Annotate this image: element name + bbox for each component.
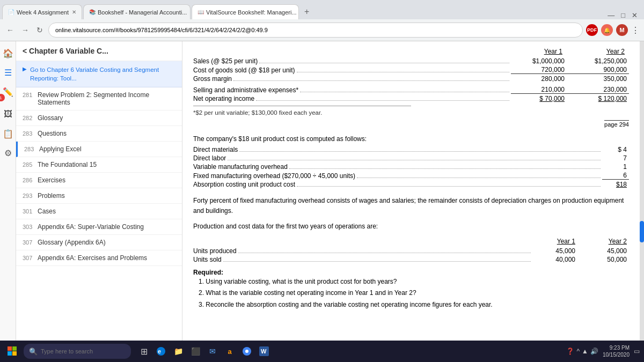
browser-icons: PDF 🔔 M ⋮ <box>586 24 640 36</box>
right-scrollbar[interactable] <box>640 41 644 341</box>
prod-year2-header: Year 2 <box>581 238 629 245</box>
sidebar-item-questions[interactable]: 283 Questions <box>16 126 182 142</box>
show-desktop-icon[interactable]: ▭ <box>634 348 640 355</box>
menu-button[interactable]: ⋮ <box>631 25 640 35</box>
speaker-icon[interactable]: 🔊 <box>590 348 598 355</box>
clock[interactable]: 9:23 PM 10/15/2020 <box>603 344 630 358</box>
annotation-icon[interactable]: ✏️ <box>2 85 14 98</box>
start-button[interactable] <box>4 343 20 359</box>
text-icon[interactable]: 📋 <box>2 127 14 140</box>
settings-icon[interactable]: ⚙ <box>2 146 14 159</box>
chrome-icon[interactable] <box>239 344 254 359</box>
income-row-gross: Gross margin 280,000 350,000 <box>193 75 629 83</box>
sales-y2: $1,250,000 <box>570 57 629 65</box>
dm-dots <box>239 151 601 152</box>
extension-icon-1[interactable]: 🔔 <box>601 24 613 36</box>
units-produced-y2: 45,000 <box>581 247 629 255</box>
sidebar-item-foundational[interactable]: 285 The Foundational 15 <box>16 157 182 173</box>
home-icon[interactable]: 🏠 <box>2 47 14 60</box>
word-icon[interactable]: W <box>257 344 272 359</box>
address-input[interactable] <box>48 23 583 38</box>
tab-week4[interactable]: 📄 Week 4 Assignment ✕ <box>2 4 82 19</box>
units-sold-label: Units sold <box>193 256 222 263</box>
scrollbar-thumb[interactable] <box>640 221 644 242</box>
fmo-val: 6 <box>602 172 629 180</box>
us-dots <box>223 261 531 262</box>
tab-favicon-2: 📚 <box>89 9 96 15</box>
req-item-1: 1. Using variable costing, what is the u… <box>199 276 629 288</box>
svg-text:e: e <box>158 348 161 354</box>
paragraph2: Production and cost data for the first t… <box>193 221 629 232</box>
taskbar-right: ❓ ^ ▲ 🔊 9:23 PM 10/15/2020 ▭ <box>566 344 640 358</box>
prod-year1-header: Year 1 <box>532 238 581 245</box>
tab-close-2[interactable]: ✕ <box>190 9 191 15</box>
item-num-286: 286 <box>23 177 38 183</box>
refresh-button[interactable]: ↻ <box>34 25 45 35</box>
units-produced-y1: 45,000 <box>532 247 581 255</box>
item-num-283ae: 283 <box>24 146 39 152</box>
separator-line <box>193 106 411 106</box>
year1-header: Year 1 <box>509 48 568 55</box>
wifi-icon[interactable]: ▲ <box>582 348 588 355</box>
maximize-button[interactable]: □ <box>621 11 625 19</box>
new-tab-button[interactable]: + <box>300 4 313 19</box>
sidebar-item-appendix6a[interactable]: 303 Appendix 6A: Super-Variable Costing <box>16 219 182 235</box>
back-button[interactable]: ← <box>4 25 16 35</box>
item-num-307e: 307 <box>23 255 38 261</box>
search-icon: 🔍 <box>29 348 38 356</box>
sidebar-items: 281 Review Problem 2: Segmented Income S… <box>16 87 182 341</box>
page-number: page 294 <box>604 120 629 128</box>
sidebar-title[interactable]: < Chapter 6 Variable C... <box>23 47 175 55</box>
minimize-button[interactable]: — <box>608 11 614 19</box>
tab-favicon-1: 📄 <box>8 9 14 15</box>
item-label-exercises: Exercises <box>38 176 175 184</box>
question-icon[interactable]: ❓ <box>566 348 574 355</box>
item-label-glossary-appendix: Glossary (Appendix 6A) <box>38 239 175 246</box>
tab-close-1[interactable]: ✕ <box>72 9 76 15</box>
sidebar-item-applying-excel[interactable]: 283 Applying Excel <box>16 142 182 157</box>
dl-label: Direct labor <box>193 154 226 162</box>
income-row-net: Net operating income $ 70,000 $ 120,000 <box>193 95 629 102</box>
task-view-icon[interactable]: ⊞ <box>136 344 151 359</box>
sa-y2: 230,000 <box>570 86 629 94</box>
sidebar-item-problems[interactable]: 293 Problems <box>16 188 182 204</box>
prod-row-units-produced: Units produced 45,000 45,000 <box>193 247 629 255</box>
close-window-button[interactable]: ✕ <box>632 11 638 19</box>
item-num-303: 303 <box>23 224 38 230</box>
pdf-icon[interactable]: PDF <box>586 24 598 36</box>
item-num-281: 281 <box>23 92 38 98</box>
toc-icon[interactable]: ☰ <box>2 66 14 79</box>
sidebar-chapter-link[interactable]: ▶ Go to Chapter 6 Variable Costing and S… <box>16 61 182 87</box>
edge-icon[interactable]: e <box>153 344 169 359</box>
taskbar-search-box[interactable]: 🔍 <box>24 344 131 359</box>
sidebar-item-review[interactable]: 281 Review Problem 2: Segmented Income S… <box>16 87 182 110</box>
profile-icon[interactable]: M <box>616 24 628 36</box>
amazon-icon[interactable]: a <box>222 344 237 359</box>
image-icon[interactable]: 🖼 <box>2 108 14 121</box>
sidebar-item-cases[interactable]: 301 Cases <box>16 204 182 219</box>
tab-bookshelf[interactable]: 📚 Bookshelf - Managerial Accounti... ✕ <box>83 4 191 19</box>
sidebar: < Chapter 6 Variable C... ▶ Go to Chapte… <box>16 41 182 341</box>
item-label-questions: Questions <box>38 130 175 137</box>
cost-row-total: Absorption costing unit product cost $18 <box>193 181 629 188</box>
sales-dots <box>259 63 509 63</box>
forward-button[interactable]: → <box>19 25 31 35</box>
app-icon-box[interactable]: ⬛ <box>188 344 203 359</box>
file-explorer-icon[interactable]: 📁 <box>171 344 186 359</box>
income-statement: Sales (@ $25 per unit) $1,000,000 $1,250… <box>193 57 629 102</box>
vmo-dots <box>289 168 601 169</box>
units-produced-label: Units produced <box>193 247 237 255</box>
unit-cost-title: The company's $18 unit product cost is c… <box>193 135 629 143</box>
taskbar-search-input[interactable] <box>41 348 116 354</box>
sidebar-item-exercises[interactable]: 286 Exercises <box>16 173 182 188</box>
net-label: Net operating income <box>193 95 254 102</box>
svg-point-7 <box>245 350 248 353</box>
window-controls: — □ ✕ <box>608 11 642 19</box>
network-icon[interactable]: ^ <box>576 348 580 355</box>
sidebar-item-appendix6a-ex[interactable]: 307 Appendix 6A: Exercises and Problems <box>16 250 182 266</box>
sa-y1: 210,000 <box>511 86 570 94</box>
tab-vitalsource[interactable]: 📖 VitalSource Bookshelf: Manageri... ✕ <box>192 4 299 19</box>
mail-icon[interactable]: ✉ <box>205 344 220 359</box>
sidebar-item-glossary[interactable]: 282 Glossary <box>16 110 182 126</box>
sidebar-item-glossary-appendix[interactable]: 307 Glossary (Appendix 6A) <box>16 235 182 250</box>
